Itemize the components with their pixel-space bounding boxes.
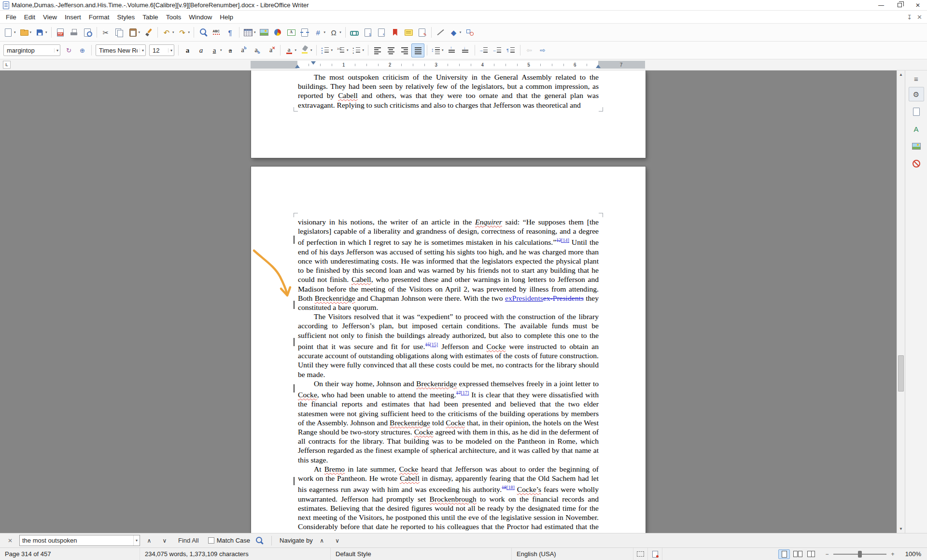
chevron-down-icon[interactable]: ▾ (188, 30, 190, 34)
scroll-down-button[interactable]: ▼ (897, 525, 905, 533)
chevron-down-icon[interactable]: ▾ (14, 30, 16, 34)
chevron-down-icon[interactable]: ▾ (220, 48, 222, 52)
unordered-list-button[interactable]: ▾ (319, 43, 335, 57)
menu-tools[interactable]: Tools (162, 11, 185, 23)
match-case-option[interactable]: Match Case (208, 537, 250, 544)
update-status-icon[interactable]: ↧ (907, 14, 912, 21)
page-1[interactable]: The most outspoken criticism of the Univ… (251, 70, 646, 158)
insert-line-button[interactable] (434, 26, 447, 40)
chevron-down-icon[interactable]: ▾ (54, 48, 58, 53)
properties-tab-button[interactable]: ⚙ (909, 87, 924, 101)
justify-button[interactable] (411, 43, 424, 57)
find-next-button[interactable]: ∨ (158, 535, 171, 546)
new-document-button[interactable]: ▾ (2, 26, 17, 40)
styles-tab-button[interactable]: A (909, 122, 924, 136)
paste-button[interactable]: ▾ (126, 26, 142, 40)
insert-page-break-button[interactable] (298, 26, 311, 40)
menu-format[interactable]: Format (85, 11, 113, 23)
insert-bookmark-button[interactable] (389, 26, 402, 40)
undo-button[interactable]: ↶▾ (160, 26, 176, 40)
update-style-button[interactable] (62, 43, 75, 57)
accessibility-check-tab-button[interactable] (909, 156, 924, 171)
next-element-button[interactable] (536, 43, 549, 57)
chevron-down-icon[interactable]: ▾ (442, 48, 444, 52)
combo-paragraph-style[interactable]: margintop▾ (3, 44, 60, 56)
line-spacing-button[interactable]: ▾ (430, 43, 445, 57)
zoom-slider-thumb[interactable] (858, 551, 862, 558)
show-draw-functions-button[interactable] (463, 26, 476, 40)
formatting-marks-button[interactable]: ¶ (224, 26, 237, 40)
font-color-button[interactable]: ▾ (283, 43, 298, 57)
menu-styles[interactable]: Styles (113, 11, 139, 23)
scrollbar-thumb[interactable] (898, 355, 904, 392)
word-count-status[interactable]: 234,075 words, 1,373,109 characters (140, 548, 331, 560)
insert-hyperlink-button[interactable] (348, 26, 361, 40)
close-button[interactable]: ✕ (909, 0, 927, 10)
italic-button[interactable]: a (195, 43, 208, 57)
new-style-button[interactable] (76, 43, 89, 57)
single-page-view-button[interactable] (778, 549, 790, 559)
restore-button[interactable] (890, 0, 909, 10)
menu-file[interactable]: File (2, 11, 20, 23)
insert-comment-button[interactable] (402, 26, 415, 40)
find-and-replace-dialog-button[interactable] (253, 535, 266, 546)
chevron-down-icon[interactable]: ▾ (339, 30, 341, 34)
book-view-button[interactable] (805, 549, 817, 559)
underline-button[interactable]: a▾ (208, 43, 224, 57)
vertical-scrollbar[interactable]: ▲ ▼ (897, 70, 905, 533)
insert-endnote-button[interactable] (375, 26, 388, 40)
menu-view[interactable]: View (39, 11, 61, 23)
page-number-status[interactable]: Page 314 of 457 (0, 548, 140, 560)
scroll-up-button[interactable]: ▲ (897, 70, 905, 79)
chevron-down-icon[interactable]: ▾ (295, 48, 297, 52)
clear-formatting-button[interactable] (265, 43, 278, 57)
chevron-down-icon[interactable]: ▾ (45, 30, 47, 34)
zoom-level[interactable]: 100% (898, 550, 921, 558)
left-indent-marker[interactable] (295, 65, 300, 68)
menu-edit[interactable]: Edit (20, 11, 39, 23)
chevron-down-icon[interactable]: ▾ (347, 48, 349, 52)
right-indent-marker[interactable] (596, 65, 601, 68)
menu-table[interactable]: Table (139, 11, 162, 23)
selection-mode-status[interactable] (633, 548, 648, 560)
strikethrough-button[interactable]: a (224, 43, 237, 57)
hanging-indent-button[interactable] (505, 43, 518, 57)
cut-button[interactable]: ✂ (99, 26, 112, 40)
align-left-button[interactable] (371, 43, 384, 57)
search-history-dropdown-icon[interactable]: ▾ (133, 535, 140, 546)
copy-button[interactable] (113, 26, 126, 40)
combo-font-name[interactable]: Times New Roman▾ (96, 44, 146, 56)
tab-stop-type-selector[interactable]: L (3, 61, 11, 69)
redo-button[interactable]: ↷▾ (176, 26, 192, 40)
insert-image-button[interactable] (258, 26, 271, 40)
page-style-status[interactable]: Default Style (331, 548, 512, 560)
page-2[interactable]: visionary in his notions, the writer of … (251, 167, 646, 533)
subscript-button[interactable] (251, 43, 264, 57)
insert-footnote-button[interactable] (362, 26, 375, 40)
chevron-down-icon[interactable]: ▾ (168, 48, 172, 53)
chevron-down-icon[interactable]: ▾ (460, 30, 462, 34)
chevron-down-icon[interactable]: ▾ (172, 30, 174, 34)
zoom-out-button[interactable]: − (824, 551, 830, 558)
search-input[interactable] (20, 537, 133, 544)
chevron-down-icon[interactable]: ▾ (324, 30, 326, 34)
menu-window[interactable]: Window (185, 11, 216, 23)
zoom-in-button[interactable]: + (889, 551, 896, 558)
outline-list-button[interactable]: ▾ (351, 43, 366, 57)
chevron-down-icon[interactable]: ▾ (310, 48, 312, 52)
horizontal-ruler[interactable]: L 1234567 (0, 59, 927, 70)
paragraph-space-increase-button[interactable] (446, 43, 459, 57)
page-tab-button[interactable] (909, 104, 924, 119)
insert-special-character-button[interactable]: Ω▾ (327, 26, 343, 40)
increase-indent-button[interactable] (478, 43, 491, 57)
open-button[interactable]: ▾ (18, 26, 33, 40)
chevron-down-icon[interactable]: ▾ (254, 30, 256, 34)
find-previous-button[interactable]: ∧ (143, 535, 155, 546)
navigate-previous-button[interactable]: ∧ (316, 535, 328, 546)
save-button[interactable]: ▾ (33, 26, 49, 40)
gallery-tab-button[interactable] (909, 139, 924, 154)
spelling-button[interactable] (210, 26, 223, 40)
zoom-slider[interactable] (833, 551, 886, 558)
find-all-button[interactable]: Find All (174, 535, 203, 546)
align-center-button[interactable] (384, 43, 397, 57)
